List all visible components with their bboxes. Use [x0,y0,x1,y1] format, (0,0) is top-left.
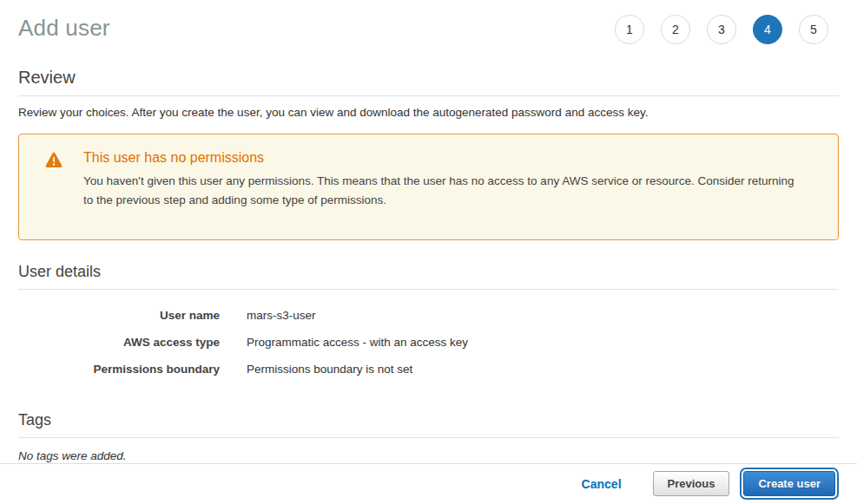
detail-row-access-type: AWS access type Programmatic access - wi… [18,329,839,356]
warning-icon [19,150,83,172]
detail-row-user-name: User name mars-s3-user [18,302,839,329]
tags-heading: Tags [18,411,839,438]
step-indicator-1: 1 [615,15,644,44]
warning-content: This user has no permissions You haven't… [83,150,803,210]
add-user-wizard: Add user 1 2 3 4 5 Review Review your ch… [0,0,857,504]
step-indicator-2: 2 [661,15,690,44]
review-heading: Review [18,68,839,96]
detail-label: User name [18,309,220,322]
detail-label: Permissions boundary [18,363,220,376]
tags-section: Tags No tags were added. [18,411,839,462]
user-details-heading: User details [18,263,839,290]
previous-button[interactable]: Previous [653,471,730,496]
warning-title: This user has no permissions [83,150,803,166]
step-indicator-5: 5 [799,15,828,44]
no-permissions-warning: This user has no permissions You haven't… [18,134,839,240]
wizard-header: Add user 1 2 3 4 5 [0,0,857,44]
user-details-rows: User name mars-s3-user AWS access type P… [18,302,839,383]
tags-empty-message: No tags were added. [18,449,839,462]
step-indicator-4-active: 4 [753,15,782,44]
cancel-link[interactable]: Cancel [582,477,622,491]
detail-value: Programmatic access - with an access key [247,336,468,349]
review-section: Review Review your choices. After you cr… [18,68,839,119]
detail-row-permissions-boundary: Permissions boundary Permissions boundar… [18,356,839,383]
detail-value: mars-s3-user [247,309,316,322]
detail-label: AWS access type [18,336,220,349]
warning-body: You haven't given this user any permissi… [83,172,803,210]
detail-value: Permissions boundary is not set [247,363,412,376]
create-user-button[interactable]: Create user [743,471,835,496]
wizard-footer: Cancel Previous Create user [0,463,857,504]
user-details-section: User details User name mars-s3-user AWS … [18,263,839,383]
step-indicator: 1 2 3 4 5 [615,13,839,44]
review-description: Review your choices. After you create th… [18,106,839,119]
page-title: Add user [18,13,110,42]
step-indicator-3: 3 [707,15,736,44]
